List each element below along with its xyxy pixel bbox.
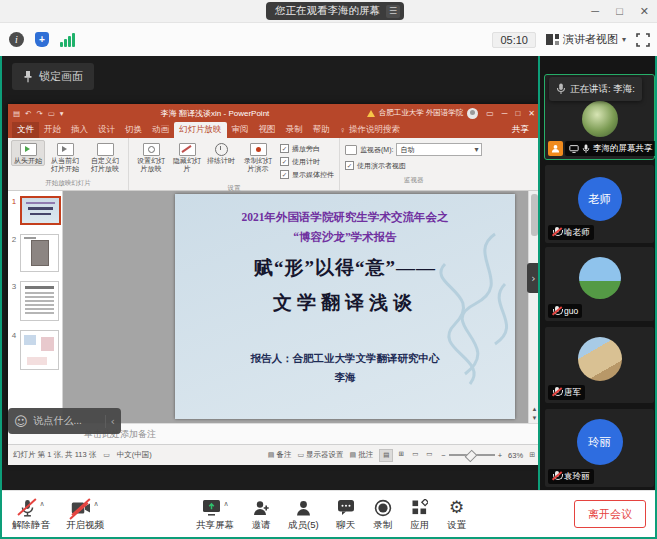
ribbon-options-icon[interactable]: ▭ xyxy=(486,109,494,118)
record-button[interactable]: 录制 xyxy=(373,498,393,532)
from-current-label: 从当前幻灯片开始 xyxy=(48,157,82,173)
account-avatar[interactable] xyxy=(467,108,478,119)
tab-insert[interactable]: 插入 xyxy=(66,122,93,138)
zoom-out-button[interactable]: − xyxy=(441,451,445,460)
show-media-controls-checkbox[interactable]: ✓ 显示媒体控件 xyxy=(280,170,334,180)
participant-name: 唐军 xyxy=(564,387,581,399)
participant-tile-yuanlingli[interactable]: 玲丽 袁玲丽 xyxy=(545,409,654,487)
close-button[interactable]: ✕ xyxy=(640,0,649,22)
start-video-button[interactable]: ∧ 开启视频 xyxy=(66,498,104,532)
zoom-slider-knob[interactable] xyxy=(464,450,477,463)
thumbnail-slide-4[interactable]: 4 xyxy=(8,330,62,370)
next-slide-button[interactable]: ▼ xyxy=(532,415,538,421)
record-slideshow-button[interactable]: 录制幻灯片演示 xyxy=(238,140,278,173)
slideshow-icon[interactable]: ▭ xyxy=(48,109,55,118)
vertical-scrollbar[interactable]: ▲ ▼ xyxy=(528,191,540,423)
settings-button[interactable]: ⚙ 设置 xyxy=(447,498,467,532)
zoom-in-button[interactable]: + xyxy=(498,451,502,460)
unmute-button[interactable]: ∧ 解除静音 xyxy=(12,498,50,532)
invite-button[interactable]: 邀请 xyxy=(251,498,271,532)
slide-sorter-view-button[interactable]: ⊞ xyxy=(395,449,407,460)
redo-icon[interactable]: ↷ xyxy=(36,109,42,118)
share-button[interactable]: 共享 xyxy=(505,122,536,138)
tell-me-search[interactable]: ♀ 操作说明搜索 xyxy=(335,122,405,138)
tab-view[interactable]: 视图 xyxy=(254,122,281,138)
leave-meeting-button[interactable]: 离开会议 xyxy=(574,500,646,528)
participant-tile-yulaoshi[interactable]: 老师 喻老师 xyxy=(545,165,654,243)
speaker-view-button[interactable]: 演讲者视图 ▾ xyxy=(546,32,626,47)
mic-muted-icon xyxy=(552,306,561,317)
security-shield-icon[interactable]: + xyxy=(35,32,49,47)
apps-button[interactable]: 应用 xyxy=(410,498,430,532)
participant-tile-tangjun[interactable]: 唐军 xyxy=(545,327,654,403)
play-narrations-checkbox[interactable]: ✓ 播放旁白 xyxy=(280,144,334,154)
scrollbar-thumb[interactable] xyxy=(531,194,538,236)
ppt-close-button[interactable]: ✕ xyxy=(528,109,535,118)
mic-options-chevron[interactable]: ∧ xyxy=(39,500,44,508)
setup-slideshow-button[interactable]: 设置幻灯片放映 xyxy=(132,140,170,173)
quick-chat-input[interactable]: 说点什么... xyxy=(34,414,99,428)
display-settings-toggle[interactable]: ▭ 显示器设置 xyxy=(297,450,343,460)
maximize-button[interactable]: □ xyxy=(616,0,623,22)
slideshow-view-button[interactable]: ▭ xyxy=(423,449,435,460)
use-timings-checkbox[interactable]: ✓ 使用计时 xyxy=(280,157,334,167)
participant-tile-guo[interactable]: guo xyxy=(545,247,654,321)
slide-canvas[interactable]: 2021年外国语学院研究生学术交流年会之 “博容沙龙”学术报告 赋“形”以得“意… xyxy=(63,191,528,423)
monitor-dropdown[interactable]: 自动 ▾ xyxy=(396,143,482,156)
notes-toggle[interactable]: ▤ 备注 xyxy=(268,450,292,460)
reading-view-button[interactable]: ▭ xyxy=(409,449,421,460)
custom-slideshow-button[interactable]: 自定义幻灯片放映 xyxy=(85,140,125,173)
share-options-chevron[interactable]: ∧ xyxy=(223,500,228,508)
collapse-chat-icon[interactable]: ‹ xyxy=(105,415,115,428)
ribbon-group-monitors: 监视器(M): 自动 ▾ ✓ 使用演示者视图 监视器 xyxy=(340,138,487,190)
zoom-percentage[interactable]: 63% xyxy=(508,451,523,460)
thumbnail-slide-2[interactable]: 2 xyxy=(8,234,62,272)
zoom-slider[interactable] xyxy=(449,454,495,456)
from-beginning-button[interactable]: 从头开始 xyxy=(11,140,45,166)
normal-view-button[interactable]: ▤ xyxy=(379,449,393,462)
pin-icon xyxy=(23,70,33,83)
tab-help[interactable]: 帮助 xyxy=(308,122,335,138)
ppt-maximize-button[interactable]: □ xyxy=(515,109,520,118)
ppt-minimize-button[interactable]: ─ xyxy=(502,109,508,118)
ribbon-tab-bar: 文件 开始 插入 设计 切换 动画 幻灯片放映 审阅 视图 录制 帮助 ♀ 操作… xyxy=(8,122,540,138)
chat-button[interactable]: 聊天 xyxy=(336,498,356,532)
presenter-view-checkbox[interactable]: ✓ 使用演示者视图 xyxy=(345,161,482,171)
comments-toggle[interactable]: ▤ 批注 xyxy=(350,450,374,460)
tab-transitions[interactable]: 切换 xyxy=(120,122,147,138)
members-button[interactable]: 成员(5) xyxy=(288,498,319,532)
camera-options-chevron[interactable]: ∧ xyxy=(93,500,98,508)
hide-slide-button[interactable]: 隐藏幻灯片 xyxy=(170,140,204,173)
meeting-info-icon[interactable]: i xyxy=(9,32,24,47)
fullscreen-button[interactable] xyxy=(636,33,650,47)
tab-home[interactable]: 开始 xyxy=(39,122,66,138)
minimize-button[interactable]: ─ xyxy=(591,0,599,22)
slide-presenter-line: 报告人：合肥工业大学文学翻译研究中心 xyxy=(175,352,515,366)
thumbnail-slide-3[interactable]: 3 xyxy=(8,281,62,321)
sidebar-collapse-handle[interactable]: › xyxy=(527,263,540,293)
from-current-slide-button[interactable]: 从当前幻灯片开始 xyxy=(45,140,85,173)
display-settings-icon: ▭ xyxy=(297,451,304,458)
thumbnail-slide-1[interactable]: 1 xyxy=(8,196,62,225)
save-icon[interactable]: ▤ xyxy=(13,109,20,118)
tab-slideshow[interactable]: 幻灯片放映 xyxy=(174,122,227,138)
undo-icon[interactable]: ↶ xyxy=(25,109,31,118)
fullscreen-icon xyxy=(636,33,650,47)
fit-to-window-button[interactable]: ⊞ xyxy=(529,451,535,459)
tab-file[interactable]: 文件 xyxy=(12,122,39,138)
network-signal-icon[interactable] xyxy=(60,33,75,47)
banner-menu-icon[interactable]: ☰ xyxy=(386,5,400,18)
emoji-icon[interactable]: ☺ xyxy=(14,415,28,428)
language-indicator[interactable]: 中文(中国) xyxy=(117,450,152,460)
share-screen-button[interactable]: ∧ 共享屏幕 xyxy=(196,498,234,532)
previous-slide-button[interactable]: ▲ xyxy=(532,406,538,412)
viewing-banner: 您正在观看李海的屏幕 ☰ xyxy=(266,2,404,20)
checkbox-icon: ✓ xyxy=(280,170,289,179)
rehearse-timings-button[interactable]: 排练计时 xyxy=(204,140,238,165)
tab-animations[interactable]: 动画 xyxy=(147,122,174,138)
tab-record[interactable]: 录制 xyxy=(281,122,308,138)
ppt-status-bar: 幻灯片 第 1 张, 共 113 张 ▭ 中文(中国) ▤ 备注 ▭ 显示器设置… xyxy=(8,444,540,465)
tab-review[interactable]: 审阅 xyxy=(227,122,254,138)
lock-view-button[interactable]: 锁定画面 xyxy=(12,63,94,90)
tab-design[interactable]: 设计 xyxy=(93,122,120,138)
